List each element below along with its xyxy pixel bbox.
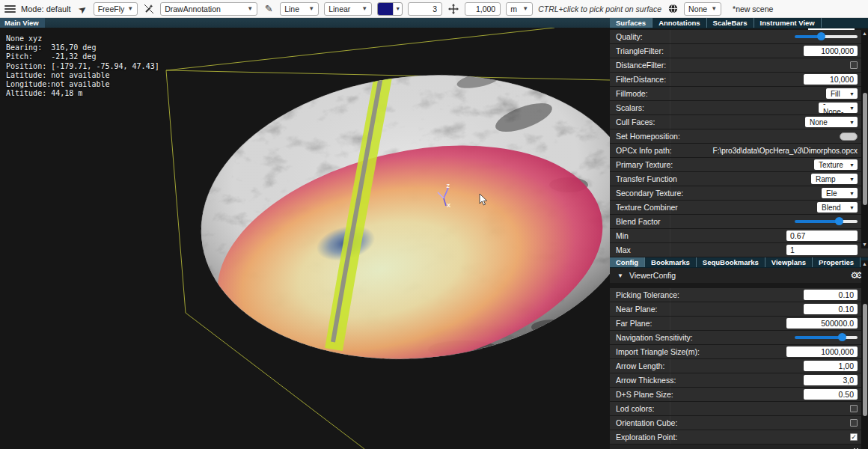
texture-combiner-value: Blend — [822, 204, 841, 212]
pencil-icon[interactable]: ✎ — [263, 3, 275, 15]
chevron-down-icon: ▼ — [127, 5, 133, 12]
config-tabs: ConfigBookmarksSequBookmarksViewplansPro… — [610, 257, 868, 268]
lod-colors-row: Lod colors: — [610, 402, 868, 415]
navigation-sensitivity-slider[interactable] — [795, 336, 858, 339]
chevron-down-icon: ▼ — [849, 205, 855, 210]
tab-annotations[interactable]: Annotations — [652, 18, 706, 28]
quality-slider-handle[interactable] — [817, 32, 825, 40]
cull-faces-label: Cull Faces: — [616, 117, 655, 126]
orientation-cube-label: Orientation Cube: — [616, 418, 677, 427]
transfer-function-select[interactable]: Ramp▼ — [811, 174, 858, 184]
import-triangle-size-m-row: Import Triangle Size(m): — [610, 345, 868, 358]
scroll-up-icon[interactable]: ▲ — [861, 30, 868, 37]
max-input[interactable] — [786, 245, 858, 255]
unit-value: m — [510, 4, 517, 13]
navigation-sensitivity-slider-handle[interactable] — [838, 333, 846, 341]
scroll-down-icon[interactable]: ▼ — [861, 241, 868, 248]
camera-mode-select[interactable]: FreeFly▼ — [94, 2, 138, 16]
transfer-function-value: Ramp — [816, 175, 836, 183]
transfer-function-label: Transfer Function — [616, 174, 677, 183]
camera-mode-value: FreeFly — [98, 4, 125, 13]
surface-tabs: SurfacesAnnotationsScaleBarsInstrument V… — [610, 18, 868, 28]
mode-label: Mode: default — [21, 4, 71, 13]
tab-scalebars[interactable]: ScaleBars — [707, 18, 754, 28]
tab-surfaces[interactable]: Surfaces — [610, 18, 652, 28]
annotation-mode-select[interactable]: DrawAnnotation▼ — [160, 2, 257, 16]
arrow-length-input[interactable] — [804, 361, 858, 371]
pro3d-app: Mode: default ➤ FreeFly▼ DrawAnnotation▼… — [0, 0, 868, 449]
near-plane-input[interactable] — [804, 304, 858, 314]
max-label: Max — [616, 245, 631, 254]
tab-instrument-view[interactable]: Instrument View — [754, 18, 822, 28]
blend-factor-slider-handle[interactable] — [835, 217, 843, 225]
filterdistance-input[interactable] — [804, 74, 858, 85]
pick-hint-text: CTRL+click to pick point on surface — [538, 4, 661, 13]
scroll-up-icon[interactable]: ▲ — [861, 260, 868, 268]
tab-properties[interactable]: Properties — [813, 257, 861, 267]
chevron-down-icon: ▼ — [849, 120, 855, 125]
cull-faces-select[interactable]: None▼ — [805, 117, 858, 127]
cogs-icon: ⚙⚙ — [850, 270, 861, 281]
unit-select[interactable]: m▼ — [506, 2, 533, 16]
trianglefilter-label: TriangleFilter: — [616, 46, 664, 55]
magic-wand-icon[interactable] — [143, 3, 155, 15]
length-input[interactable] — [465, 2, 501, 16]
tab-config[interactable]: Config — [610, 257, 645, 267]
filterdistance-label: FilterDistance: — [616, 75, 666, 84]
texture-combiner-select[interactable]: Blend▼ — [817, 202, 858, 213]
chevron-down-icon: ▼ — [849, 162, 855, 168]
min-label: Min — [616, 231, 629, 240]
trianglefilter-input[interactable] — [804, 46, 858, 56]
exploration-point-row: Exploration Point:✓ — [610, 430, 868, 444]
color-picker-button[interactable]: ▼ — [377, 2, 403, 16]
secondary-texture-label: Secondary Texture: — [616, 189, 683, 198]
thickness-input[interactable] — [408, 2, 442, 16]
far-plane-input[interactable] — [786, 318, 858, 329]
coordinate-system-header[interactable]: ▶ Coordinate System — [610, 445, 868, 449]
color-swatch — [378, 3, 393, 15]
exploration-point-checkbox[interactable]: ✓ — [850, 433, 858, 441]
tab-main-view[interactable]: Main View — [0, 18, 45, 28]
projection-select[interactable]: Linear▼ — [324, 2, 372, 16]
picking-tolerance-input[interactable] — [804, 290, 858, 300]
scalars-select[interactable]: -None-▼ — [819, 103, 858, 113]
move-arrows-icon[interactable] — [447, 3, 459, 15]
primary-texture-select[interactable]: Texture▼ — [814, 159, 858, 170]
arrow-thickness-label: Arrow Thickness: — [616, 376, 676, 385]
tab-viewplans[interactable]: Viewplans — [765, 257, 813, 267]
orientation-cube-checkbox[interactable] — [850, 419, 858, 427]
chevron-down-icon: ▼ — [361, 5, 367, 12]
surfaces-scrollbar[interactable]: ▲ ▼ — [861, 30, 868, 248]
opcx-info-path-value: F:\pro3d\data\OpcHera_v3\Dimorphos.opcx — [713, 147, 858, 155]
tab-sequbookmarks[interactable]: SequBookmarks — [697, 257, 765, 267]
menu-icon[interactable] — [4, 5, 16, 13]
set-homeposition-button[interactable] — [840, 132, 858, 141]
import-triangle-size-m-input[interactable] — [786, 346, 858, 357]
arrow-thickness-input[interactable] — [804, 375, 858, 385]
annotation-mode-value: DrawAnnotation — [165, 4, 221, 13]
tab-bookmarks[interactable]: Bookmarks — [645, 257, 697, 267]
d-s-plane-size-input[interactable] — [804, 389, 858, 400]
scrollbar-thumb[interactable] — [863, 93, 867, 205]
filterdistance-row: FilterDistance: — [610, 73, 868, 86]
viewer-config-header[interactable]: ▼ ViewerConfig ⚙⚙ — [610, 268, 868, 283]
secondary-texture-select[interactable]: Ele▼ — [822, 188, 858, 198]
quality-slider[interactable] — [795, 35, 858, 38]
scrollbar-thumb[interactable] — [863, 304, 867, 416]
blend-factor-slider[interactable] — [795, 220, 858, 223]
d-s-plane-size-label: D+S Plane Size: — [616, 390, 673, 399]
chevron-down-icon: ▼ — [247, 5, 253, 12]
min-input[interactable] — [786, 230, 858, 241]
distancefilter-checkbox[interactable] — [850, 61, 858, 69]
config-scrollbar[interactable]: ▲ — [861, 260, 868, 449]
globe-icon[interactable] — [667, 3, 679, 15]
geometry-select[interactable]: Line▼ — [280, 2, 319, 16]
main-viewport[interactable]: Main View — [0, 18, 610, 449]
reference-system-select[interactable]: None▼ — [684, 2, 721, 16]
fillmode-select[interactable]: Fill▼ — [826, 88, 858, 99]
lod-colors-checkbox[interactable] — [850, 405, 858, 412]
near-plane-row: Near Plane: — [610, 302, 868, 316]
quality-label: Quality: — [616, 32, 643, 41]
set-homeposition-label: Set Homeposition: — [616, 132, 680, 141]
navigation-sensitivity-label: Navigation Sensitivity: — [616, 333, 693, 342]
